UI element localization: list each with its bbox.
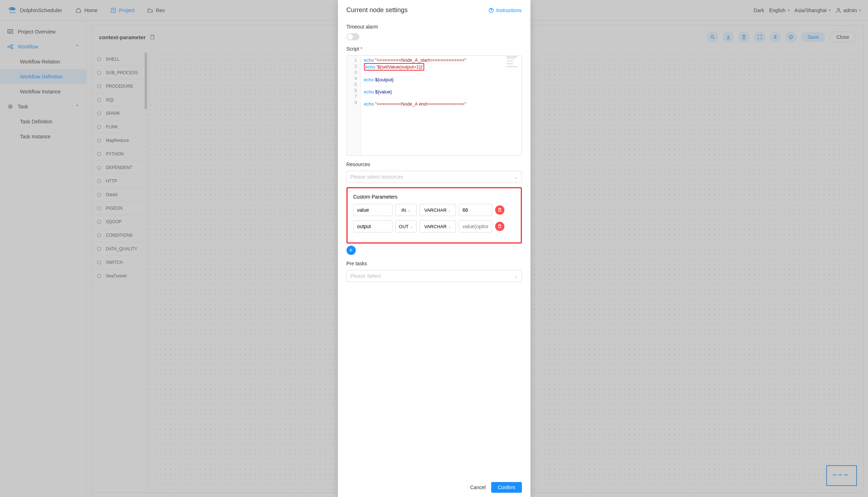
delete-param-button[interactable] [495, 222, 504, 231]
question-icon [488, 7, 494, 13]
param-row: IN⌄ VARCHAR⌄ [353, 204, 515, 216]
param-value-input[interactable] [459, 220, 492, 232]
code-body[interactable]: echo "=========Node_A_start=============… [361, 56, 522, 155]
timeout-toggle[interactable] [346, 33, 359, 40]
svg-rect-37 [507, 66, 517, 67]
param-type-select[interactable]: VARCHAR⌄ [420, 220, 456, 232]
trash-icon [498, 224, 502, 229]
svg-rect-36 [507, 63, 513, 64]
param-direction-select[interactable]: IN⌄ [395, 204, 417, 216]
code-minimap[interactable] [506, 56, 522, 155]
param-value-input[interactable] [459, 204, 492, 216]
custom-parameters-label: Custom Parameters [353, 194, 515, 200]
chevron-down-icon: ⌄ [448, 225, 451, 229]
node-settings-modal: Current node settings Instructions ▴ ▾ T… [338, 0, 530, 497]
confirm-button[interactable]: Confirm [491, 482, 522, 493]
highlighted-script-line: echo '${setValue(output=1)}' [364, 63, 425, 71]
cancel-button[interactable]: Cancel [470, 485, 486, 490]
chevron-down-icon: ⌄ [514, 273, 518, 279]
instructions-link[interactable]: Instructions [488, 7, 522, 13]
chevron-down-icon: ⌄ [514, 174, 518, 180]
chevron-down-icon: ⌄ [410, 225, 413, 229]
modal-body: ▴ ▾ Timeout alarm Script * 12345678 echo… [338, 18, 530, 478]
timeout-alarm-label: Timeout alarm [346, 24, 522, 30]
script-label: Script * [346, 46, 522, 52]
resources-select[interactable]: Please select resources ⌄ [346, 171, 522, 183]
trash-icon [498, 208, 502, 212]
param-name-input[interactable] [353, 220, 392, 232]
pre-tasks-select[interactable]: Please Select ⌄ [346, 270, 522, 282]
custom-parameters-highlight: Custom Parameters IN⌄ VARCHAR⌄ OUT⌄ VARC… [346, 187, 522, 244]
pre-tasks-label: Pre tasks [346, 261, 522, 266]
param-name-input[interactable] [353, 204, 392, 216]
script-editor[interactable]: 12345678 echo "=========Node_A_start====… [346, 55, 522, 156]
chevron-down-icon: ⌄ [448, 208, 451, 212]
line-gutter: 12345678 [347, 56, 361, 155]
add-param-button[interactable]: + [346, 246, 356, 255]
delete-param-button[interactable] [495, 205, 504, 215]
modal-title: Current node settings [346, 6, 408, 14]
svg-rect-34 [507, 58, 515, 58]
param-row: OUT⌄ VARCHAR⌄ [353, 220, 515, 232]
resources-label: Resources [346, 162, 522, 167]
param-type-select[interactable]: VARCHAR⌄ [420, 204, 456, 216]
chevron-down-icon: ⌄ [407, 208, 410, 212]
svg-rect-35 [507, 61, 513, 61]
param-direction-select[interactable]: OUT⌄ [395, 220, 417, 232]
svg-rect-33 [507, 56, 517, 57]
